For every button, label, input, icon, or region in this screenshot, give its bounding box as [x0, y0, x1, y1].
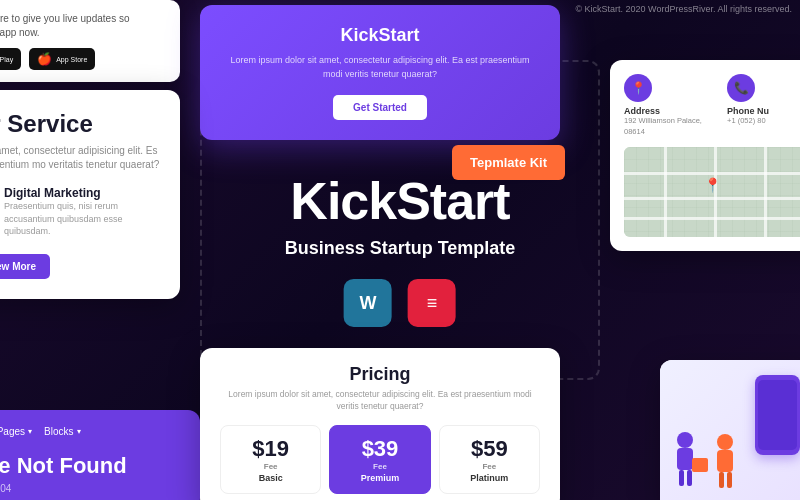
price-tier-premium: Premium — [338, 473, 421, 483]
phone-illustration — [755, 375, 800, 455]
template-kit-button[interactable]: Tepmlate Kit — [452, 145, 565, 180]
person-illustration — [670, 420, 740, 500]
hero-title: KickStart — [285, 173, 516, 230]
nav-pages[interactable]: Pages ▾ — [0, 426, 32, 437]
apple-icon: 🍎 — [37, 52, 52, 66]
address-value: 192 Williamson Palace, 08614 — [624, 116, 713, 137]
phone-item: 📞 Phone Nu +1 (052) 80 — [727, 74, 800, 137]
price-tier-platinum: Platinum — [448, 473, 531, 483]
price-card-platinum: $59 Fee Platinum — [439, 425, 540, 494]
service-card-1-title: Digital Marketing — [4, 186, 162, 200]
center-hero-section: KickStart Business Startup Template W ≡ — [285, 173, 516, 327]
svg-rect-8 — [727, 472, 732, 488]
nav-pages-label: Pages — [0, 426, 25, 437]
top-card-description: Lorem ipsum dolor sit amet, consectetur … — [224, 54, 536, 81]
contact-info-row: 📍 Address 192 Williamson Palace, 08614 📞… — [624, 74, 800, 137]
google-play-label: Google Play — [0, 56, 13, 63]
price-fee-basic: Fee — [229, 462, 312, 471]
view-more-label: View More — [0, 261, 36, 272]
address-label: Address — [624, 106, 713, 116]
phone-icon: 📞 — [727, 74, 755, 102]
price-amount-premium: $39 — [338, 436, 421, 462]
top-center-kickstart-card: KickStart Lorem ipsum dolor sit amet, co… — [200, 5, 560, 140]
app-store-label: App Store — [56, 56, 87, 63]
page-not-found-panel: Home Pages ▾ Blocks ▾ Page Not Found Pag… — [0, 410, 200, 500]
hero-subtitle: Business Startup Template — [285, 238, 516, 259]
price-fee-platinum: Fee — [448, 462, 531, 471]
svg-rect-1 — [677, 448, 693, 470]
phone-label: Phone Nu — [727, 106, 800, 116]
price-fee-premium: Fee — [338, 462, 421, 471]
illustration-panel — [660, 360, 800, 500]
map-grid: 📍 — [624, 147, 800, 237]
pricing-cards-row: $19 Fee Basic $39 Fee Premium $59 Fee Pl… — [220, 425, 540, 494]
map-road-v3 — [764, 147, 767, 237]
app-download-text: We are here to give you live updates so … — [0, 12, 166, 40]
price-amount-platinum: $59 — [448, 436, 531, 462]
elementor-icon-button[interactable]: ≡ — [408, 279, 456, 327]
map-pin-icon: 📍 — [704, 177, 721, 193]
svg-rect-6 — [717, 450, 733, 472]
service-card-1: $ Digital Marketing Praesentium quis, ni… — [0, 186, 162, 238]
get-started-button[interactable]: Get Started — [333, 95, 427, 120]
page-not-found-title: Page Not Found — [0, 453, 182, 479]
nav-blocks[interactable]: Blocks ▾ — [44, 426, 80, 437]
elementor-icon: ≡ — [427, 293, 438, 314]
svg-point-5 — [717, 434, 733, 450]
wordpress-icon: W — [359, 293, 376, 314]
price-amount-basic: $19 — [229, 436, 312, 462]
map-preview: 📍 — [624, 147, 800, 237]
price-card-basic: $19 Fee Basic — [220, 425, 321, 494]
hero-icon-row: W ≡ — [285, 279, 516, 327]
nav-blocks-label: Blocks — [44, 426, 73, 437]
view-more-button[interactable]: 🔵 View More — [0, 254, 50, 279]
price-tier-basic: Basic — [229, 473, 312, 483]
app-badge-row: ▶ Google Play 🍎 App Store — [0, 48, 166, 70]
page-not-found-subtitle: Pages / 404 — [0, 483, 182, 494]
svg-rect-4 — [692, 458, 708, 472]
blocks-chevron-icon: ▾ — [77, 427, 81, 436]
our-service-panel: Our Service dolor sit amet, consectetur … — [0, 90, 180, 299]
copyright-text: © KickStart. 2020 WordPressRiver. All ri… — [567, 0, 800, 18]
phone-value: +1 (052) 80 — [727, 116, 800, 127]
pricing-description: Lorem ipsum dolor sit amet, consectetur … — [220, 389, 540, 413]
google-play-badge[interactable]: ▶ Google Play — [0, 48, 21, 70]
bottom-nav-row: Home Pages ▾ Blocks ▾ — [0, 426, 182, 437]
address-icon: 📍 — [624, 74, 652, 102]
map-road-h1 — [624, 172, 800, 175]
svg-point-0 — [677, 432, 693, 448]
pages-chevron-icon: ▾ — [28, 427, 32, 436]
service-card-1-text: Praesentium quis, nisi rerum accusantium… — [4, 200, 162, 238]
wordpress-icon-button[interactable]: W — [344, 279, 392, 327]
price-card-premium: $39 Fee Premium — [329, 425, 430, 494]
top-card-title: KickStart — [224, 25, 536, 46]
pricing-panel: Pricing Lorem ipsum dolor sit amet, cons… — [200, 348, 560, 500]
map-road-h2 — [624, 197, 800, 200]
app-store-badge[interactable]: 🍎 App Store — [29, 48, 95, 70]
app-download-panel: We are here to give you live updates so … — [0, 0, 180, 82]
svg-rect-2 — [679, 470, 684, 486]
svg-rect-3 — [687, 470, 692, 486]
service-panel-description: dolor sit amet, consectetur adipisicing … — [0, 144, 162, 172]
pricing-title: Pricing — [220, 364, 540, 385]
map-road-h3 — [624, 217, 800, 220]
phone-screen — [758, 380, 797, 450]
contact-panel: 📍 Address 192 Williamson Palace, 08614 📞… — [610, 60, 800, 251]
address-item: 📍 Address 192 Williamson Palace, 08614 — [624, 74, 713, 137]
map-road-v1 — [664, 147, 667, 237]
svg-rect-7 — [719, 472, 724, 488]
service-card-1-info: Digital Marketing Praesentium quis, nisi… — [4, 186, 162, 238]
illustration-bg — [660, 360, 800, 500]
service-panel-title: Our Service — [0, 110, 162, 138]
